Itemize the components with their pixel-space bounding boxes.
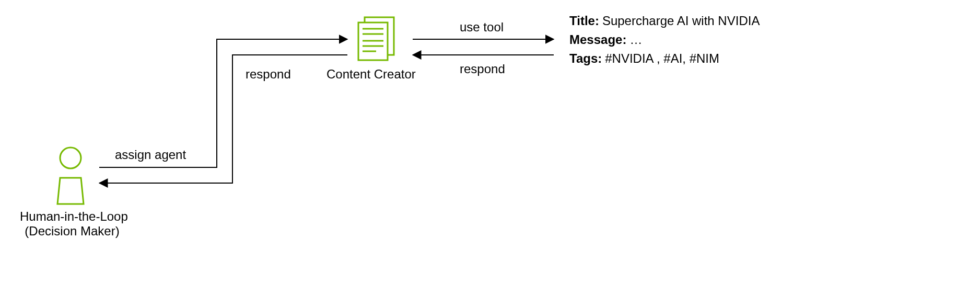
output-message-row: Message: … — [569, 30, 760, 49]
output-message-value: … — [629, 30, 642, 49]
arrow-respond-left — [99, 55, 347, 183]
output-title-row: Title: Supercharge AI with NVIDIA — [569, 12, 760, 30]
output-block: Title: Supercharge AI with NVIDIA Messag… — [569, 12, 760, 68]
content-creator-label: Content Creator — [326, 67, 416, 82]
human-label: Human-in-the-Loop (Decision Maker) — [20, 209, 124, 239]
output-title-label: Title: — [569, 12, 599, 30]
output-title-value: Supercharge AI with NVIDIA — [602, 12, 760, 30]
output-tags-row: Tags: #NVIDIA , #AI, #NIM — [569, 49, 760, 68]
human-label-line2: (Decision Maker) — [20, 224, 124, 239]
output-message-label: Message: — [569, 30, 626, 49]
human-label-line1: Human-in-the-Loop — [20, 209, 124, 224]
edge-label-respond-left: respond — [246, 67, 291, 82]
output-tags-value: #NVIDIA , #AI, #NIM — [605, 49, 719, 68]
edge-label-assign-agent: assign agent — [115, 148, 186, 162]
svg-point-0 — [60, 148, 81, 168]
document-icon — [358, 17, 394, 60]
output-tags-label: Tags: — [569, 49, 602, 68]
edge-label-use-tool: use tool — [460, 20, 504, 35]
edge-label-respond-right: respond — [460, 62, 505, 76]
human-icon — [57, 148, 84, 204]
